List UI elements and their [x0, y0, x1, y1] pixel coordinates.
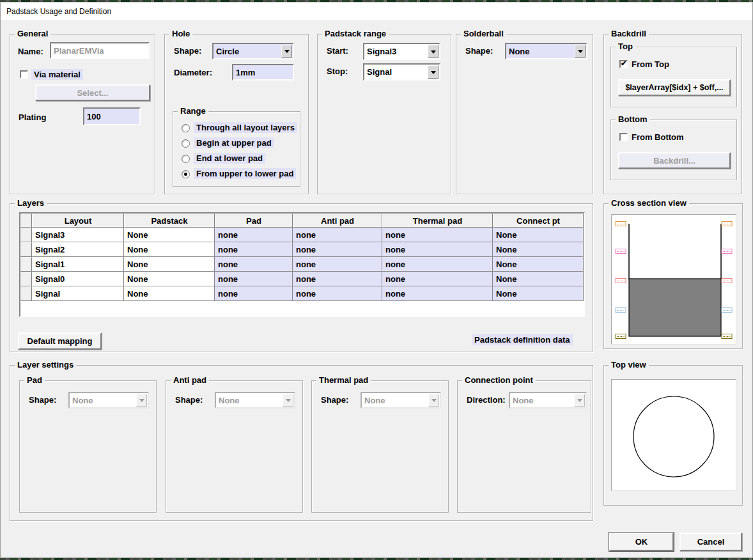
solderball-shape-label: Shape: — [465, 46, 493, 56]
cell-padstack[interactable]: None — [124, 228, 215, 242]
from-bottom-label: From Bottom — [632, 132, 684, 142]
cell-anti-pad[interactable]: none — [293, 228, 382, 242]
radio-through-all-layers[interactable] — [182, 124, 190, 132]
row-selector[interactable] — [20, 286, 32, 301]
cell-thermal-pad[interactable]: none — [382, 272, 493, 286]
col-header-pad[interactable]: Pad — [215, 214, 293, 228]
thermal-pad-settings-title: Thermal pad — [316, 375, 371, 385]
cell-padstack[interactable]: None — [124, 242, 215, 257]
general-group-title: General — [15, 29, 50, 38]
title-bar[interactable]: Padstack Usage and Definition — [1, 3, 752, 20]
padstack-range-group: Padstack range Start: Signal3 Stop: Sign… — [317, 34, 451, 194]
col-header-anti-pad[interactable]: Anti pad — [293, 214, 382, 228]
chevron-down-icon[interactable] — [281, 45, 292, 58]
cell-pad[interactable]: none — [215, 228, 293, 242]
cell-thermal-pad[interactable]: none — [382, 286, 493, 301]
row-selector[interactable] — [20, 257, 32, 272]
padstack-range-group-title: Padstack range — [322, 29, 389, 38]
cell-anti-pad[interactable]: none — [293, 272, 382, 286]
cell-anti-pad[interactable]: none — [293, 257, 382, 272]
chevron-down-icon[interactable] — [575, 45, 586, 58]
cell-connect-pt[interactable]: None — [493, 286, 584, 301]
col-header-thermal-pad[interactable]: Thermal pad — [382, 214, 493, 228]
backdrill-top-title: Top — [616, 42, 635, 51]
table-row: Signal0 None none none none None — [20, 272, 584, 286]
cell-layout[interactable]: Signal — [32, 286, 124, 301]
table-header-row: Layout Padstack Pad Anti pad Thermal pad… — [20, 214, 584, 228]
plating-field[interactable]: 100 — [83, 107, 141, 125]
row-selector[interactable] — [20, 228, 32, 242]
backdrill-bottom-group: Bottom From Bottom Backdrill... — [610, 120, 737, 180]
padstack-definition-data-label: Padstack definition data — [472, 334, 573, 345]
cell-layout[interactable]: Signal1 — [32, 257, 124, 272]
name-label: Name: — [18, 47, 43, 56]
cell-layout[interactable]: Signal3 — [32, 228, 124, 242]
diameter-field[interactable]: 1mm — [232, 64, 294, 81]
solderball-group: Solderball Shape: None — [456, 34, 593, 194]
cross-section-drawing — [612, 215, 736, 344]
cell-anti-pad[interactable]: none — [293, 242, 382, 257]
col-header-connect-pt[interactable]: Connect pt — [493, 214, 584, 228]
chevron-down-icon — [428, 394, 439, 407]
col-header-padstack[interactable]: Padstack — [124, 214, 215, 228]
cell-connect-pt[interactable]: None — [493, 228, 584, 242]
hole-group-title: Hole — [169, 29, 192, 38]
cell-connect-pt[interactable]: None — [493, 272, 584, 286]
stop-dropdown[interactable]: Signal — [363, 63, 440, 81]
anti-pad-shape-dropdown: None — [215, 392, 295, 408]
backdrill-top-expression-button[interactable]: $layerArray[$idx] + $off,... — [618, 79, 731, 96]
cell-pad[interactable]: none — [215, 286, 293, 301]
via-material-checkbox[interactable] — [20, 70, 28, 79]
cell-padstack[interactable]: None — [124, 272, 215, 286]
from-top-checkbox[interactable] — [619, 60, 628, 68]
connection-point-settings-group: Connection point Direction: None — [457, 380, 591, 513]
row-selector[interactable] — [20, 242, 32, 257]
top-view-canvas — [611, 379, 736, 491]
radio-begin-upper-pad[interactable] — [182, 139, 190, 148]
default-mapping-button[interactable]: Default mapping — [18, 332, 102, 350]
cell-pad[interactable]: none — [215, 242, 293, 257]
start-label: Start: — [327, 46, 348, 56]
connection-direction-dropdown: None — [509, 392, 587, 408]
chevron-down-icon[interactable] — [428, 45, 439, 58]
dialog-content: General Name: PlanarEMVia Via material S… — [1, 20, 752, 557]
radio-begin-upper-pad-label: Begin at upper pad — [194, 137, 274, 148]
via-fill-rect — [629, 279, 721, 336]
hole-shape-dropdown[interactable]: Circle — [212, 43, 294, 59]
radio-end-lower-pad[interactable] — [182, 155, 190, 163]
from-bottom-checkbox[interactable] — [619, 133, 628, 141]
cell-connect-pt[interactable]: None — [493, 242, 584, 257]
thermal-pad-shape-label: Shape: — [321, 395, 348, 405]
cell-thermal-pad[interactable]: none — [382, 242, 493, 257]
solderball-shape-dropdown[interactable]: None — [505, 43, 587, 59]
col-header-layout[interactable]: Layout — [32, 214, 124, 228]
row-selector[interactable] — [20, 272, 32, 286]
range-group-title: Range — [178, 106, 208, 116]
chevron-down-icon[interactable] — [428, 65, 439, 79]
table-row: Signal1 None none none none None — [20, 257, 584, 272]
cell-layout[interactable]: Signal2 — [32, 242, 124, 257]
range-group: Range Through all layout layers Begin at… — [173, 111, 300, 187]
cell-connect-pt[interactable]: None — [493, 257, 584, 272]
radio-upper-to-lower-pad[interactable] — [182, 170, 190, 178]
name-field: PlanarEMVia — [50, 42, 150, 59]
top-view-group: Top view — [603, 365, 743, 506]
cell-anti-pad[interactable]: none — [293, 286, 382, 301]
anti-pad-settings-group: Anti pad Shape: None — [166, 380, 303, 513]
ok-button[interactable]: OK — [609, 533, 674, 551]
pad-settings-title: Pad — [24, 375, 45, 385]
cell-thermal-pad[interactable]: none — [382, 257, 493, 272]
connection-point-settings-title: Connection point — [462, 375, 536, 385]
pad-shape-dropdown: None — [68, 392, 149, 408]
cell-layout[interactable]: Signal0 — [32, 272, 124, 286]
cell-padstack[interactable]: None — [124, 286, 215, 301]
backdrill-bottom-button: Backdrill... — [618, 152, 731, 169]
cell-pad[interactable]: none — [215, 257, 293, 272]
cell-padstack[interactable]: None — [124, 257, 215, 272]
corner-header-cell — [20, 214, 32, 228]
solderball-group-title: Solderball — [461, 29, 506, 38]
cell-pad[interactable]: none — [215, 272, 293, 286]
cell-thermal-pad[interactable]: none — [382, 228, 493, 242]
cancel-button[interactable]: Cancel — [679, 533, 742, 551]
start-dropdown[interactable]: Signal3 — [363, 43, 440, 60]
